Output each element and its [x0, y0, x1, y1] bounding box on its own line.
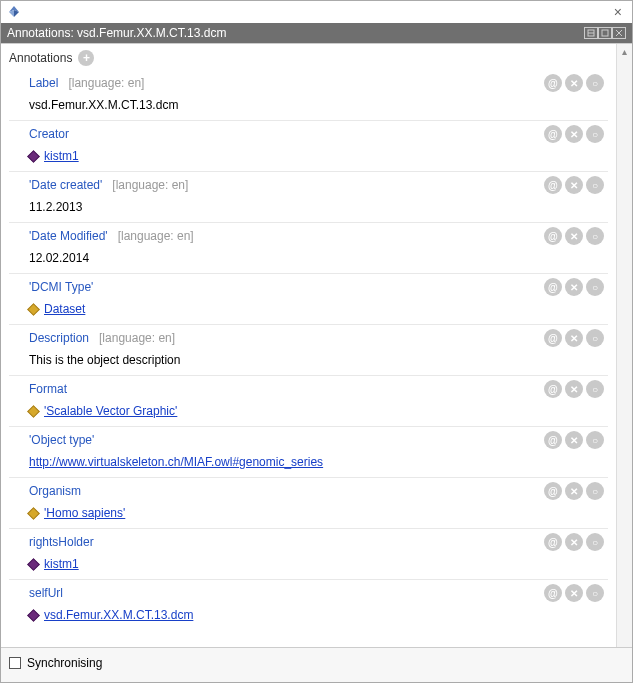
- delete-button[interactable]: ✕: [565, 533, 583, 551]
- section-title: Annotations: [9, 51, 72, 65]
- prop-name: 'Date created': [29, 178, 102, 192]
- row-value-text: 11.2.2013: [29, 200, 82, 214]
- svg-marker-2: [14, 10, 19, 17]
- lang-tag: [language: en]: [68, 76, 144, 90]
- entity-icon: [27, 507, 40, 520]
- rows-container: Label [language: en] @ ✕ ○ vsd.Femur.XX.…: [9, 70, 608, 630]
- prop-name: selfUrl: [29, 586, 63, 600]
- footer: Synchronising: [1, 647, 632, 682]
- close-icon[interactable]: ×: [610, 4, 626, 20]
- row-value-text: This is the object description: [29, 353, 180, 367]
- more-button[interactable]: ○: [586, 74, 604, 92]
- delete-button[interactable]: ✕: [565, 431, 583, 449]
- delete-button[interactable]: ✕: [565, 227, 583, 245]
- lang-tag: [language: en]: [112, 178, 188, 192]
- row-value-link[interactable]: Dataset: [44, 302, 85, 316]
- row-value-link[interactable]: vsd.Femur.XX.M.CT.13.dcm: [44, 608, 193, 622]
- entity-icon: [27, 405, 40, 418]
- more-button[interactable]: ○: [586, 176, 604, 194]
- row-description: Description [language: en] @ ✕ ○ This is…: [9, 325, 608, 376]
- at-button[interactable]: @: [544, 431, 562, 449]
- annotations-list: Annotations + Label [language: en] @ ✕ ○: [1, 44, 616, 647]
- more-button[interactable]: ○: [586, 380, 604, 398]
- synchronising-checkbox[interactable]: Synchronising: [9, 656, 102, 670]
- svg-rect-5: [602, 30, 608, 36]
- at-button[interactable]: @: [544, 125, 562, 143]
- content-area: Annotations + Label [language: en] @ ✕ ○: [1, 43, 632, 647]
- checkbox-label: Synchronising: [27, 656, 102, 670]
- entity-icon: [27, 558, 40, 571]
- delete-button[interactable]: ✕: [565, 380, 583, 398]
- prop-name: Creator: [29, 127, 69, 141]
- section-header: Annotations +: [9, 50, 608, 66]
- prop-name: 'DCMI Type': [29, 280, 93, 294]
- row-organism: Organism @ ✕ ○ 'Homo sapiens': [9, 478, 608, 529]
- titlebar: ×: [1, 1, 632, 23]
- row-value-link[interactable]: http://www.virtualskeleton.ch/MIAF.owl#g…: [29, 455, 323, 469]
- minimize-icon[interactable]: [584, 27, 598, 39]
- more-button[interactable]: ○: [586, 125, 604, 143]
- more-button[interactable]: ○: [586, 329, 604, 347]
- prop-name: Organism: [29, 484, 81, 498]
- window-controls: [584, 27, 626, 39]
- prop-name: 'Date Modified': [29, 229, 108, 243]
- row-object-type: 'Object type' @ ✕ ○ http://www.virtualsk…: [9, 427, 608, 478]
- more-button[interactable]: ○: [586, 584, 604, 602]
- row-dcmi-type: 'DCMI Type' @ ✕ ○ Dataset: [9, 274, 608, 325]
- more-button[interactable]: ○: [586, 533, 604, 551]
- row-self-url: selfUrl @ ✕ ○ vsd.Femur.XX.M.CT.13.dcm: [9, 580, 608, 630]
- prop-name: Label: [29, 76, 58, 90]
- more-button[interactable]: ○: [586, 227, 604, 245]
- at-button[interactable]: @: [544, 482, 562, 500]
- row-value-link[interactable]: 'Scalable Vector Graphic': [44, 404, 177, 418]
- prop-name: rightsHolder: [29, 535, 94, 549]
- scroll-up-icon[interactable]: ▴: [618, 44, 632, 58]
- row-date-modified: 'Date Modified' [language: en] @ ✕ ○ 12.…: [9, 223, 608, 274]
- at-button[interactable]: @: [544, 74, 562, 92]
- delete-button[interactable]: ✕: [565, 176, 583, 194]
- at-button[interactable]: @: [544, 227, 562, 245]
- row-format: Format @ ✕ ○ 'Scalable Vector Graphic': [9, 376, 608, 427]
- delete-button[interactable]: ✕: [565, 74, 583, 92]
- prop-name: Description: [29, 331, 89, 345]
- row-date-created: 'Date created' [language: en] @ ✕ ○ 11.2…: [9, 172, 608, 223]
- add-annotation-button[interactable]: +: [78, 50, 94, 66]
- delete-button[interactable]: ✕: [565, 329, 583, 347]
- prop-name: 'Object type': [29, 433, 94, 447]
- row-value-link[interactable]: kistm1: [44, 149, 79, 163]
- row-rights-holder: rightsHolder @ ✕ ○ kistm1: [9, 529, 608, 580]
- scrollbar[interactable]: ▴: [616, 44, 632, 647]
- dialog-window: × Annotations: vsd.Femur.XX.M.CT.13.dcm …: [0, 0, 633, 683]
- delete-button[interactable]: ✕: [565, 584, 583, 602]
- row-value-link[interactable]: kistm1: [44, 557, 79, 571]
- delete-button[interactable]: ✕: [565, 482, 583, 500]
- svg-marker-1: [9, 10, 14, 17]
- row-value-text: vsd.Femur.XX.M.CT.13.dcm: [29, 98, 178, 112]
- entity-icon: [27, 303, 40, 316]
- at-button[interactable]: @: [544, 380, 562, 398]
- at-button[interactable]: @: [544, 329, 562, 347]
- subheader-title: Annotations: vsd.Femur.XX.M.CT.13.dcm: [7, 26, 226, 40]
- more-button[interactable]: ○: [586, 431, 604, 449]
- entity-icon: [27, 609, 40, 622]
- window-close-icon[interactable]: [612, 27, 626, 39]
- prop-name: Format: [29, 382, 67, 396]
- checkbox-box[interactable]: [9, 657, 21, 669]
- at-button[interactable]: @: [544, 533, 562, 551]
- delete-button[interactable]: ✕: [565, 278, 583, 296]
- subheader: Annotations: vsd.Femur.XX.M.CT.13.dcm: [1, 23, 632, 43]
- lang-tag: [language: en]: [99, 331, 175, 345]
- at-button[interactable]: @: [544, 278, 562, 296]
- maximize-icon[interactable]: [598, 27, 612, 39]
- app-icon: [7, 5, 21, 19]
- at-button[interactable]: @: [544, 176, 562, 194]
- row-creator: Creator @ ✕ ○ kistm1: [9, 121, 608, 172]
- delete-button[interactable]: ✕: [565, 125, 583, 143]
- row-value-text: 12.02.2014: [29, 251, 89, 265]
- at-button[interactable]: @: [544, 584, 562, 602]
- row-label: Label [language: en] @ ✕ ○ vsd.Femur.XX.…: [9, 70, 608, 121]
- row-value-link[interactable]: 'Homo sapiens': [44, 506, 125, 520]
- more-button[interactable]: ○: [586, 482, 604, 500]
- more-button[interactable]: ○: [586, 278, 604, 296]
- lang-tag: [language: en]: [118, 229, 194, 243]
